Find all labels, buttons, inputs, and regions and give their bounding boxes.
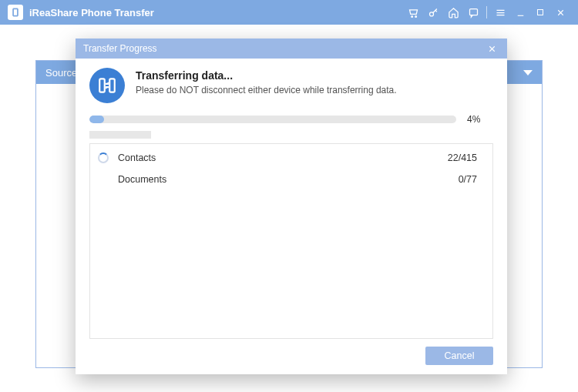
app-logo [8, 5, 23, 20]
svg-rect-4 [538, 10, 543, 15]
transfer-icon [89, 68, 125, 103]
list-item: Documents 0/77 [90, 169, 492, 190]
chevron-down-icon[interactable] [523, 70, 533, 75]
transfer-progress-dialog: Transfer Progress Transferring data... P… [76, 39, 507, 374]
cancel-button[interactable]: Cancel [425, 347, 493, 365]
item-count: 0/77 [459, 174, 477, 185]
list-item: Contacts 22/415 [90, 147, 492, 169]
svg-rect-5 [99, 79, 105, 92]
cart-icon[interactable] [403, 0, 423, 25]
svg-point-0 [411, 15, 412, 17]
home-icon[interactable] [443, 0, 463, 25]
dialog-warning: Please do NOT disconnect either device w… [136, 85, 397, 95]
feedback-icon[interactable] [463, 0, 483, 25]
progress-bar [89, 116, 456, 123]
progress-fill [89, 116, 104, 123]
item-name: Contacts [118, 152, 448, 163]
transfer-list: Contacts 22/415 Documents 0/77 [89, 143, 493, 339]
divider [486, 6, 487, 18]
minimize-button[interactable] [510, 0, 530, 25]
menu-icon[interactable] [490, 0, 510, 25]
key-icon[interactable] [423, 0, 443, 25]
spinner-icon [96, 151, 110, 165]
app-title: iReaShare Phone Transfer [29, 7, 154, 18]
close-button[interactable] [550, 0, 570, 25]
svg-point-1 [415, 15, 416, 17]
progress-percent: 4% [467, 114, 493, 125]
pending-icon [96, 173, 110, 186]
dialog-title: Transfer Progress [83, 43, 157, 54]
svg-rect-6 [109, 79, 115, 92]
sub-progress-bar [89, 131, 151, 139]
dialog-close-button[interactable] [484, 41, 499, 56]
main-area: Source: Transfer Progress [0, 25, 578, 392]
maximize-button[interactable] [530, 0, 550, 25]
svg-point-2 [429, 12, 433, 15]
item-count: 22/415 [448, 152, 477, 163]
dialog-titlebar: Transfer Progress [76, 39, 507, 59]
app-titlebar: iReaShare Phone Transfer [0, 0, 578, 25]
item-name: Documents [118, 174, 459, 185]
svg-rect-3 [469, 8, 477, 15]
dialog-heading: Transferring data... [136, 69, 397, 82]
